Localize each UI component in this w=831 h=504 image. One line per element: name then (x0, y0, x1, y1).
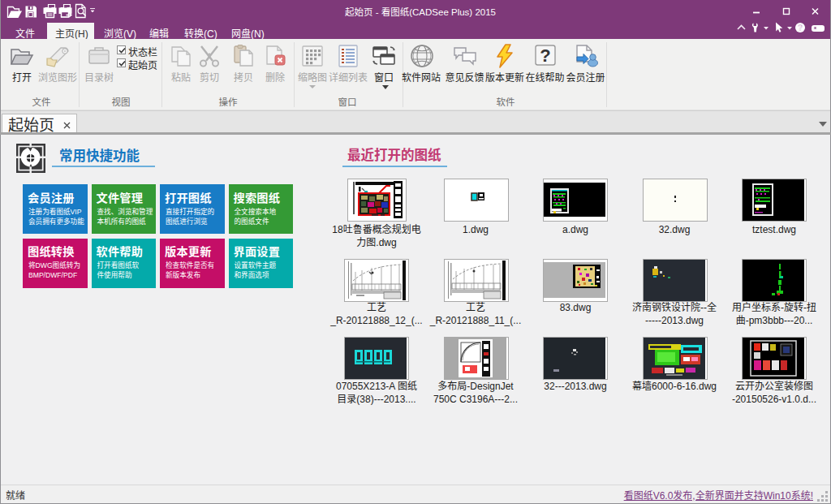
svg-text:?: ? (798, 24, 803, 32)
svg-text:?: ? (540, 45, 550, 66)
